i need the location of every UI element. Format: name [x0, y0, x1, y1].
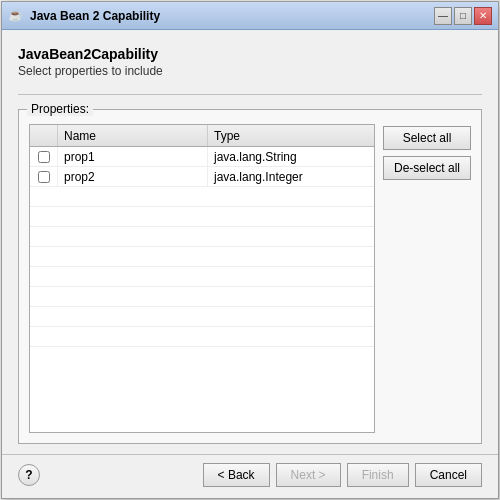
row1-checkbox[interactable] [38, 151, 50, 163]
empty-row [30, 207, 374, 227]
content-area: JavaBean2Capability Select properties to… [2, 30, 498, 454]
empty-row [30, 267, 374, 287]
row2-name: prop2 [58, 167, 208, 186]
empty-row [30, 287, 374, 307]
table-row: prop2 java.lang.Integer [30, 167, 374, 187]
close-button[interactable]: ✕ [474, 7, 492, 25]
properties-table: Name Type prop1 java.lang.String [29, 124, 375, 433]
empty-row [30, 307, 374, 327]
cancel-button[interactable]: Cancel [415, 463, 482, 487]
header-name-col: Name [58, 125, 208, 146]
maximize-button[interactable]: □ [454, 7, 472, 25]
group-label: Properties: [27, 102, 93, 116]
window-title: Java Bean 2 Capability [30, 9, 434, 23]
window-icon: ☕ [8, 8, 24, 24]
back-button[interactable]: < Back [203, 463, 270, 487]
header-checkbox-col [30, 125, 58, 146]
row2-checkbox[interactable] [38, 171, 50, 183]
table-row: prop1 java.lang.String [30, 147, 374, 167]
row1-name: prop1 [58, 147, 208, 166]
side-buttons: Select all De-select all [383, 124, 471, 433]
empty-row [30, 327, 374, 347]
deselect-all-button[interactable]: De-select all [383, 156, 471, 180]
row2-type: java.lang.Integer [208, 167, 374, 186]
empty-row [30, 247, 374, 267]
finish-button[interactable]: Finish [347, 463, 409, 487]
empty-row [30, 187, 374, 207]
select-all-button[interactable]: Select all [383, 126, 471, 150]
help-button[interactable]: ? [18, 464, 40, 486]
page-subtitle: Select properties to include [18, 64, 482, 78]
header-type-col: Type [208, 125, 374, 146]
footer-buttons: ? < Back Next > Finish Cancel [2, 463, 498, 487]
row1-checkbox-cell [30, 147, 58, 166]
footer-area: ? < Back Next > Finish Cancel [2, 454, 498, 498]
row2-checkbox-cell [30, 167, 58, 186]
empty-row [30, 227, 374, 247]
minimize-button[interactable]: — [434, 7, 452, 25]
table-header: Name Type [30, 125, 374, 147]
main-window: ☕ Java Bean 2 Capability — □ ✕ JavaBean2… [1, 1, 499, 499]
row1-type: java.lang.String [208, 147, 374, 166]
next-button[interactable]: Next > [276, 463, 341, 487]
title-bar-buttons: — □ ✕ [434, 7, 492, 25]
properties-group: Properties: Name Type [18, 109, 482, 444]
group-content: Name Type prop1 java.lang.String [29, 124, 471, 433]
footer-divider [2, 454, 498, 455]
table-body: prop1 java.lang.String prop2 java.lang.I… [30, 147, 374, 432]
nav-buttons: < Back Next > Finish [203, 463, 409, 487]
page-title: JavaBean2Capability [18, 46, 482, 62]
title-bar: ☕ Java Bean 2 Capability — □ ✕ [2, 2, 498, 30]
top-divider [18, 94, 482, 95]
